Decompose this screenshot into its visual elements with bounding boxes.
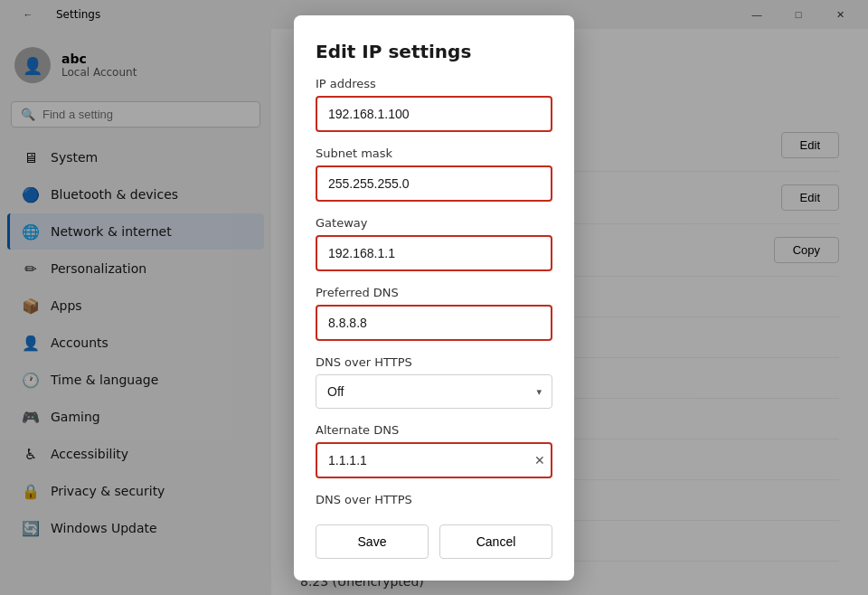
alternate-dns-https-label: DNS over HTTPS: [316, 493, 552, 506]
dialog-title: Edit IP settings: [316, 41, 552, 62]
clear-alternate-dns-button[interactable]: ✕: [534, 453, 545, 468]
modal-overlay[interactable]: Edit IP settings IP address Subnet mask …: [0, 0, 868, 595]
alternate-dns-https-field-group: DNS over HTTPS: [316, 493, 552, 506]
subnet-field-group: Subnet mask: [316, 146, 552, 202]
dns-https-field-group: DNS over HTTPS Off On (automatic) On (ma…: [316, 355, 552, 409]
gateway-input[interactable]: [316, 235, 552, 271]
dialog-actions: Save Cancel: [316, 524, 552, 559]
dns-https-select[interactable]: Off On (automatic) On (manual): [316, 374, 552, 409]
dns-https-select-wrap: Off On (automatic) On (manual) ▾: [316, 374, 552, 409]
alternate-dns-field-group: Alternate DNS ✕: [316, 423, 552, 478]
gateway-label: Gateway: [316, 216, 552, 230]
dns-https-label: DNS over HTTPS: [316, 355, 552, 369]
alternate-dns-input[interactable]: [316, 442, 552, 478]
alternate-dns-label: Alternate DNS: [316, 423, 552, 437]
preferred-dns-label: Preferred DNS: [316, 286, 552, 299]
ip-label: IP address: [316, 77, 552, 90]
preferred-dns-input[interactable]: [316, 305, 552, 341]
alternate-dns-input-wrap: ✕: [316, 442, 552, 478]
edit-ip-dialog: Edit IP settings IP address Subnet mask …: [294, 15, 574, 581]
ip-input[interactable]: [316, 96, 552, 132]
subnet-input[interactable]: [316, 165, 552, 202]
ip-field-group: IP address: [316, 77, 552, 132]
save-button[interactable]: Save: [316, 524, 429, 559]
gateway-field-group: Gateway: [316, 216, 552, 271]
cancel-button[interactable]: Cancel: [439, 524, 552, 559]
subnet-label: Subnet mask: [316, 146, 552, 160]
preferred-dns-field-group: Preferred DNS: [316, 286, 552, 341]
